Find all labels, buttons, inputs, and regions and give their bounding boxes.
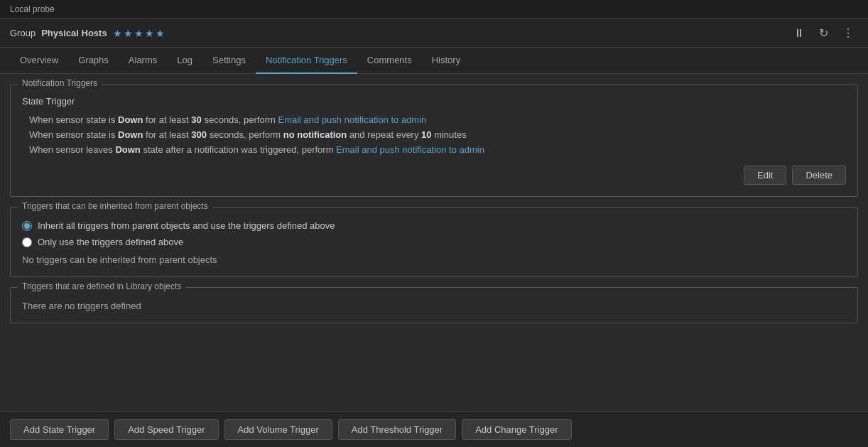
trigger1-prefix: When sensor state is <box>29 114 118 125</box>
only-above-radio[interactable] <box>22 237 32 247</box>
trigger2-prefix: When sensor state is <box>29 129 118 140</box>
probe-label: Local probe <box>10 4 55 14</box>
bottom-btn-add-volume[interactable]: Add Volume Trigger <box>224 419 332 440</box>
nav-tab-settings[interactable]: Settings <box>202 48 256 74</box>
nav-tab-notification-triggers[interactable]: Notification Triggers <box>256 48 357 74</box>
group-name: Physical Hosts <box>41 28 107 38</box>
trigger3-prefix: When sensor leaves <box>29 144 115 155</box>
inherit-all-option[interactable]: Inherit all triggers from parent objects… <box>22 220 846 231</box>
delete-button[interactable]: Delete <box>792 166 846 185</box>
nav-tab-alarms[interactable]: Alarms <box>119 48 167 74</box>
header-left: Group Physical Hosts ★★★★★ <box>10 28 166 39</box>
trigger-line-1: When sensor state is Down for at least 3… <box>22 112 846 127</box>
nav-tab-log[interactable]: Log <box>167 48 202 74</box>
trigger2-repeat-value: 10 <box>421 129 431 140</box>
nav-tab-comments[interactable]: Comments <box>357 48 422 74</box>
trigger3-action-link[interactable]: Email and push notification to admin <box>336 144 484 155</box>
trigger1-middle: for at least <box>146 114 191 125</box>
bottom-btn-add-change[interactable]: Add Change Trigger <box>462 419 571 440</box>
trigger-line-3: When sensor leaves Down state after a no… <box>22 142 846 157</box>
trigger-actions: Edit Delete <box>22 166 846 185</box>
trigger1-unit: seconds, perform <box>204 114 278 125</box>
trigger1-value: 30 <box>191 114 201 125</box>
bottom-btn-add-state[interactable]: Add State Trigger <box>10 419 109 440</box>
trigger2-action: no notification <box>283 129 347 140</box>
notification-triggers-legend: Notification Triggers <box>18 78 102 88</box>
no-parent-triggers-text: No triggers can be inherited from parent… <box>22 254 846 265</box>
pause-button[interactable]: ⏸ <box>789 26 809 41</box>
library-section: Triggers that are defined in Library obj… <box>10 287 858 323</box>
group-label: Group <box>10 28 36 38</box>
trigger3-middle: state after a notification was triggered… <box>143 144 336 155</box>
bottom-btn-add-threshold[interactable]: Add Threshold Trigger <box>338 419 456 440</box>
notification-triggers-section: Notification Triggers State Trigger When… <box>10 84 858 197</box>
nav-tab-graphs[interactable]: Graphs <box>68 48 119 74</box>
main-content: Notification Triggers State Trigger When… <box>0 74 868 333</box>
header-row: Group Physical Hosts ★★★★★ ⏸ ↻ ⋮ <box>0 19 868 48</box>
trigger1-state: Down <box>118 114 143 125</box>
refresh-button[interactable]: ↻ <box>815 25 832 41</box>
top-bar: Local probe <box>0 0 868 19</box>
trigger2-state: Down <box>118 129 143 140</box>
only-above-option[interactable]: Only use the triggers defined above <box>22 237 846 247</box>
bottom-bar: Add State TriggerAdd Speed TriggerAdd Vo… <box>0 411 868 447</box>
trigger2-repeat-unit: minutes <box>434 129 467 140</box>
trigger2-middle: for at least <box>146 129 191 140</box>
inherit-all-radio[interactable] <box>22 221 32 231</box>
inherit-section-legend: Triggers that can be inherited from pare… <box>18 201 212 211</box>
inherit-section: Triggers that can be inherited from pare… <box>10 207 858 277</box>
nav-tab-overview[interactable]: Overview <box>10 48 68 74</box>
more-button[interactable]: ⋮ <box>838 25 858 41</box>
header-actions: ⏸ ↻ ⋮ <box>789 25 858 41</box>
library-section-legend: Triggers that are defined in Library obj… <box>18 281 185 291</box>
inherit-all-label: Inherit all triggers from parent objects… <box>38 220 335 231</box>
edit-button[interactable]: Edit <box>744 166 786 185</box>
nav-tabs: OverviewGraphsAlarmsLogSettingsNotificat… <box>0 48 868 74</box>
trigger-line-2: When sensor state is Down for at least 3… <box>22 127 846 142</box>
trigger2-value: 300 <box>191 129 207 140</box>
bottom-btn-add-speed[interactable]: Add Speed Trigger <box>114 419 218 440</box>
trigger2-suffix: and repeat every <box>349 129 421 140</box>
rating-stars: ★★★★★ <box>113 28 166 39</box>
trigger3-state: Down <box>115 144 140 155</box>
no-library-triggers-text: There are no triggers defined <box>22 301 846 311</box>
trigger2-unit: seconds, perform <box>210 129 283 140</box>
trigger1-action-link[interactable]: Email and push notification to admin <box>278 114 426 125</box>
nav-tab-history[interactable]: History <box>422 48 470 74</box>
state-trigger-label: State Trigger <box>22 96 846 107</box>
radio-group: Inherit all triggers from parent objects… <box>22 220 846 247</box>
only-above-label: Only use the triggers defined above <box>38 237 183 247</box>
